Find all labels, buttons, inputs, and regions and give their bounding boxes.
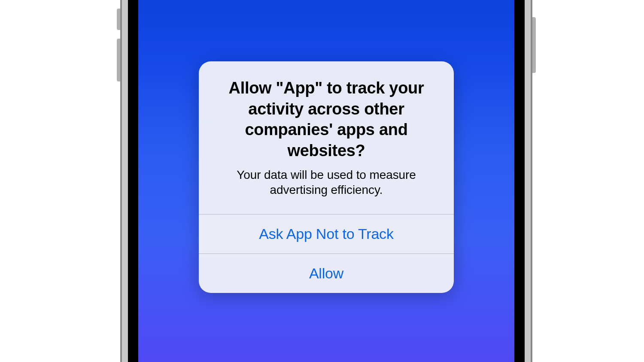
tracking-permission-dialog: Allow "App" to track your activity acros… <box>199 61 454 293</box>
dialog-content: Allow "App" to track your activity acros… <box>199 61 454 214</box>
allow-button[interactable]: Allow <box>199 253 454 293</box>
dialog-message: Your data will be used to measure advert… <box>212 167 441 198</box>
ask-not-to-track-button[interactable]: Ask App Not to Track <box>199 214 454 253</box>
dialog-title: Allow "App" to track your activity acros… <box>212 78 441 161</box>
